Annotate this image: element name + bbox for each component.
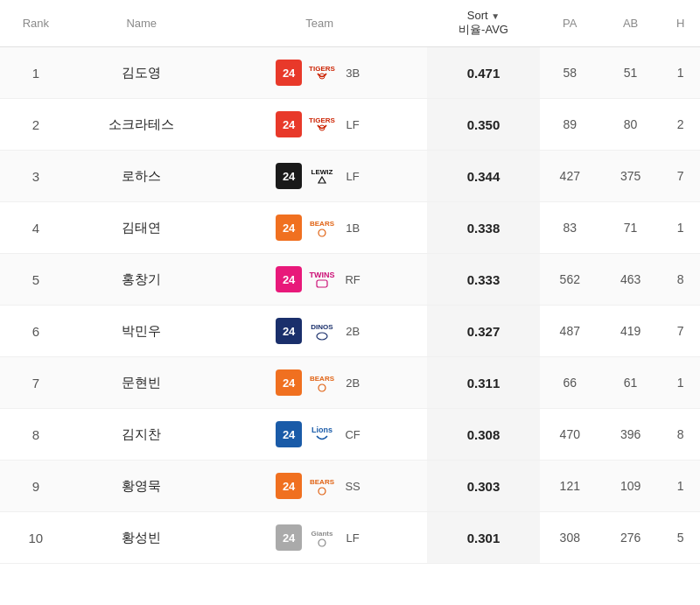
cell-ab: 419: [600, 306, 661, 357]
player-position: LF: [342, 531, 363, 545]
svg-text:BEARS: BEARS: [310, 375, 335, 383]
table-row: 7 문현빈 24 BEARS 2B 0.311 66 61 1: [0, 357, 700, 409]
cell-h: 7: [661, 306, 700, 357]
svg-marker-5: [318, 177, 326, 183]
player-position: LF: [342, 118, 363, 131]
cell-h: 8: [661, 254, 700, 306]
team-badge: 24: [276, 163, 302, 189]
player-position: LF: [342, 170, 363, 183]
col-header-h: H: [661, 0, 700, 47]
cell-pa: 66: [540, 357, 600, 409]
table-row: 1 김도영 24 TIGERS 3B 0.471 58 51 1: [0, 47, 700, 99]
cell-rank: 2: [0, 99, 72, 151]
cell-ab: 80: [600, 99, 661, 151]
col-header-name: Name: [72, 0, 212, 47]
cell-rank: 10: [0, 512, 72, 564]
svg-point-13: [318, 384, 326, 391]
cell-h: 2: [661, 99, 700, 151]
cell-team: 24 BEARS 1B: [212, 202, 428, 254]
ab-label: AB: [623, 17, 638, 30]
cell-name: 황영묵: [72, 461, 212, 512]
table-row: 8 김지찬 24 Lions CF 0.308 470 396 8: [0, 409, 700, 461]
cell-ab: 375: [600, 151, 661, 202]
sort-arrow-icon: ▼: [491, 11, 500, 21]
svg-point-7: [318, 229, 326, 236]
svg-text:DINOS: DINOS: [311, 323, 333, 331]
team-logo: TIGERS: [305, 60, 339, 85]
svg-text:TIGERS: TIGERS: [309, 65, 335, 73]
svg-text:LEWIZ: LEWIZ: [312, 168, 333, 176]
cell-team: 24 TWINS RF: [212, 254, 428, 306]
table-row: 9 황영묵 24 BEARS SS 0.303 121 109 1: [0, 461, 700, 512]
table-row: 6 박민우 24 DINOS 2B 0.327 487 419 7: [0, 306, 700, 357]
team-badge: 24: [276, 266, 302, 292]
cell-h: 1: [661, 461, 700, 512]
cell-rank: 8: [0, 409, 72, 461]
col-header-pa: PA: [540, 0, 600, 47]
cell-avg: 0.303: [427, 461, 539, 512]
cell-ab: 109: [600, 461, 661, 512]
cell-avg: 0.301: [427, 512, 539, 564]
svg-text:TWINS: TWINS: [310, 271, 335, 279]
cell-name: 김태연: [72, 202, 212, 254]
cell-team: 24 Lions CF: [212, 409, 428, 461]
team-badge: 24: [276, 524, 302, 551]
team-logo: LEWIZ: [305, 164, 339, 188]
player-position: SS: [342, 480, 363, 493]
svg-rect-9: [317, 280, 327, 287]
team-badge: 24: [276, 421, 302, 447]
cell-pa: 470: [540, 409, 600, 461]
col-header-team: Team: [212, 0, 428, 47]
team-logo: BEARS: [305, 215, 339, 240]
cell-pa: 427: [540, 151, 600, 202]
team-logo: BEARS: [305, 474, 339, 498]
player-position: 3B: [342, 67, 363, 80]
cell-rank: 1: [0, 47, 72, 99]
svg-point-18: [318, 539, 326, 546]
cell-ab: 463: [600, 254, 661, 306]
cell-team: 24 DINOS 2B: [212, 306, 428, 357]
cell-avg: 0.471: [427, 47, 539, 99]
cell-team: 24 BEARS SS: [212, 461, 428, 512]
cell-ab: 276: [600, 512, 661, 564]
cell-ab: 396: [600, 409, 661, 461]
svg-text:TIGERS: TIGERS: [309, 116, 335, 124]
cell-pa: 487: [540, 306, 600, 357]
col-header-avg[interactable]: Sort ▼ 비율-AVG: [427, 0, 539, 47]
table-row: 3 로하스 24 LEWIZ LF 0.344 427 375 7: [0, 151, 700, 202]
cell-avg: 0.327: [427, 306, 539, 357]
cell-rank: 3: [0, 151, 72, 202]
rank-label: Rank: [23, 17, 49, 30]
cell-team: 24 TIGERS LF: [212, 99, 428, 151]
stats-table-container: Rank Name Team Sort ▼ 비율-AVG PA: [0, 0, 700, 564]
player-position: RF: [342, 273, 363, 286]
cell-avg: 0.308: [427, 409, 539, 461]
cell-h: 5: [661, 512, 700, 564]
cell-name: 김지찬: [72, 409, 212, 461]
team-badge: 24: [276, 60, 302, 86]
team-logo: DINOS: [305, 319, 339, 343]
avg-label: 비율-AVG: [458, 23, 508, 36]
cell-pa: 308: [540, 512, 600, 564]
cell-name: 황성빈: [72, 512, 212, 564]
team-logo: TIGERS: [305, 112, 339, 137]
cell-h: 1: [661, 47, 700, 99]
cell-name: 소크라테스: [72, 99, 212, 151]
svg-point-11: [317, 333, 327, 340]
player-position: CF: [342, 428, 363, 441]
cell-h: 8: [661, 409, 700, 461]
table-row: 2 소크라테스 24 TIGERS LF 0.350 89 80 2: [0, 99, 700, 151]
cell-rank: 7: [0, 357, 72, 409]
team-badge: 24: [276, 369, 302, 396]
cell-name: 김도영: [72, 47, 212, 99]
col-header-ab: AB: [600, 0, 661, 47]
team-label: Team: [305, 17, 333, 30]
team-logo: Giants: [305, 525, 339, 550]
h-label: H: [676, 17, 684, 30]
cell-rank: 6: [0, 306, 72, 357]
svg-text:Lions: Lions: [312, 426, 332, 434]
cell-ab: 51: [600, 47, 661, 99]
team-badge: 24: [276, 111, 302, 137]
cell-pa: 58: [540, 47, 600, 99]
player-position: 1B: [342, 222, 363, 235]
